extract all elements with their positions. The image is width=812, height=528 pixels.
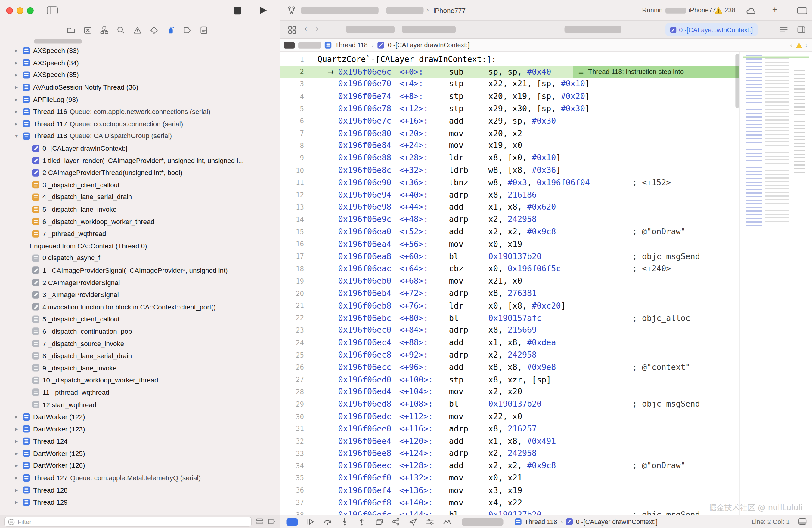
line-number[interactable]: 31 <box>280 425 309 433</box>
filter-input[interactable] <box>18 518 248 525</box>
tab-overview-grid-icon[interactable] <box>288 26 296 34</box>
line-number[interactable]: 26 <box>280 363 309 371</box>
thread-row[interactable]: ▸AXSpeech (34) <box>0 57 280 69</box>
line-number[interactable]: 4 <box>280 93 309 101</box>
forward-button[interactable]: › <box>315 24 319 34</box>
close-window-button[interactable] <box>6 7 13 14</box>
disclosure-triangle[interactable]: ▸ <box>15 413 23 420</box>
thread-row[interactable]: ▸APFileLog (93) <box>0 93 280 106</box>
debugbar-frame[interactable]: 0 -[CALayer drawInContext:] <box>576 518 657 525</box>
line-number[interactable]: 20 <box>280 289 309 297</box>
editor-scrollbar[interactable] <box>735 54 739 108</box>
relevant-threads-filter-icon[interactable] <box>268 518 276 526</box>
previous-issue-button[interactable]: ‹ <box>790 41 793 49</box>
line-number[interactable]: 27 <box>280 376 309 383</box>
thread-row[interactable]: ▸Thread 128 <box>0 484 280 496</box>
issues-navigator-icon[interactable] <box>133 26 142 34</box>
stack-frame-row[interactable]: 4 _dispatch_lane_serial_drain <box>0 191 280 203</box>
debug-memory-graph-button[interactable] <box>392 517 400 526</box>
scheme-branch-icon[interactable] <box>287 6 296 15</box>
sidebar-toggle-icon[interactable] <box>47 6 58 15</box>
stack-frame-row[interactable]: 6 _dispatch_workloop_worker_thread <box>0 215 280 228</box>
line-number[interactable]: 13 <box>280 203 309 211</box>
line-number[interactable]: 7 <box>280 129 309 137</box>
disclosure-triangle[interactable]: ▾ <box>15 133 23 139</box>
run-button[interactable] <box>260 6 267 14</box>
line-number[interactable]: 19 <box>280 277 309 285</box>
blurred-scheme-name[interactable] <box>387 6 424 14</box>
line-number[interactable]: 30 <box>280 412 309 420</box>
stack-frame-row[interactable]: 12 start_wqthread <box>0 398 280 411</box>
stack-frame-row[interactable]: 9 _dispatch_lane_invoke <box>0 362 280 374</box>
thread-row[interactable]: ▸DartWorker (125) <box>0 448 280 460</box>
stack-frame-row[interactable]: 11 _pthread_wqthread <box>0 387 280 399</box>
warning-count-badge[interactable]: 238 <box>715 6 736 14</box>
disclosure-triangle[interactable]: ▸ <box>15 438 23 444</box>
debugbar-thread[interactable]: Thread 118 <box>525 518 557 525</box>
next-issue-button[interactable]: › <box>805 41 808 49</box>
thread-row[interactable]: ▸Thread 116Queue: com.apple.network.conn… <box>0 106 280 118</box>
find-navigator-icon[interactable] <box>116 26 125 34</box>
disclosure-triangle[interactable]: ▸ <box>15 108 23 115</box>
line-number[interactable]: 2 <box>280 68 309 76</box>
performance-gauge-icon[interactable] <box>443 517 451 526</box>
console-toggle-icon[interactable] <box>798 517 807 526</box>
stack-frame-row[interactable]: 7 _pthread_wqthread <box>0 228 280 240</box>
thread-row[interactable]: ▸AXSpeech (35) <box>0 69 280 81</box>
step-over-button[interactable] <box>323 517 332 526</box>
blurred-tab[interactable] <box>402 26 456 33</box>
line-number[interactable]: 1 <box>280 56 309 63</box>
line-number[interactable]: 38 <box>280 511 309 515</box>
disclosure-triangle[interactable]: ▸ <box>15 462 23 469</box>
line-number[interactable]: 21 <box>280 302 309 310</box>
line-number[interactable]: 18 <box>280 265 309 273</box>
blurred-jumpbar-segment[interactable] <box>298 42 321 48</box>
disclosure-triangle[interactable]: ▸ <box>15 72 23 78</box>
step-out-button[interactable] <box>357 517 366 526</box>
back-button[interactable]: ‹ <box>304 24 307 34</box>
blurred-jumpbar-segment[interactable] <box>284 42 295 48</box>
library-add-button[interactable]: + <box>772 4 778 15</box>
stack-frame-row[interactable]: 8 _dispatch_lane_serial_drain <box>0 350 280 362</box>
blurred-tab[interactable] <box>346 26 394 33</box>
breakpoints-toggle-button[interactable] <box>287 518 298 525</box>
line-number[interactable]: 35 <box>280 474 309 482</box>
disclosure-triangle[interactable]: ▸ <box>15 499 23 506</box>
line-number[interactable]: 23 <box>280 327 309 334</box>
stack-frame-row[interactable]: 1 _CAImageProviderSignal(_CAImageProvide… <box>0 264 280 277</box>
zoom-window-button[interactable] <box>27 7 33 14</box>
line-number[interactable]: 8 <box>280 141 309 149</box>
thread-row[interactable]: ▸Thread 127Queue: com.apple.Metal.teleme… <box>0 472 280 484</box>
disclosure-triangle[interactable]: ▸ <box>15 450 23 457</box>
disclosure-triangle[interactable]: ▸ <box>15 474 23 481</box>
disclosure-triangle[interactable]: ▸ <box>15 60 23 66</box>
run-destination[interactable]: iPhone777 <box>433 6 466 14</box>
minimize-window-button[interactable] <box>16 7 23 14</box>
stack-frame-row[interactable]: 10 _dispatch_workloop_worker_thread <box>0 374 280 387</box>
disclosure-triangle[interactable]: ▸ <box>15 487 23 494</box>
project-navigator-icon[interactable] <box>67 26 75 34</box>
stack-frame-row[interactable]: 3 _XImageProviderSignal <box>0 289 280 301</box>
line-number[interactable]: 29 <box>280 400 309 408</box>
jumpbar-frame[interactable]: 0 -[CALayer drawInContext:] <box>388 42 469 49</box>
disclosure-triangle[interactable]: ▸ <box>15 426 23 432</box>
thread-row[interactable]: ▾Thread 118Queue: CA DispatchGroup (seri… <box>0 130 280 142</box>
code-lines[interactable]: 1QuartzCore`-[CALayer drawInContext:]:2→… <box>280 52 739 515</box>
stack-frame-row[interactable]: 0 -[CALayer drawInContext:] <box>0 142 280 154</box>
flatten-stack-filter-icon[interactable] <box>256 518 264 526</box>
symbols-navigator-icon[interactable] <box>100 26 108 34</box>
stack-frame-row[interactable]: 0 dispatch_async_f <box>0 252 280 264</box>
line-number[interactable]: 22 <box>280 314 309 322</box>
disclosure-triangle[interactable]: ▸ <box>15 84 23 91</box>
stack-frame-row[interactable]: 5 _dispatch_lane_invoke <box>0 203 280 215</box>
stack-frame-row[interactable]: 4 invocation function for block in CA::C… <box>0 301 280 313</box>
editor-panels-icon[interactable] <box>797 6 807 15</box>
line-number[interactable]: 16 <box>280 240 309 248</box>
environment-overrides-button[interactable] <box>425 517 434 526</box>
thread-row[interactable]: ▸AXSpeech (33) <box>0 45 280 57</box>
disclosure-triangle[interactable]: ▸ <box>15 121 23 127</box>
line-number[interactable]: 34 <box>280 462 309 470</box>
stop-button[interactable] <box>234 6 241 14</box>
thread-row[interactable]: ▸AVAudioSession Notify Thread (36) <box>0 81 280 93</box>
active-tab[interactable]: 0 -[CALaye...wInContext:] <box>665 23 757 36</box>
